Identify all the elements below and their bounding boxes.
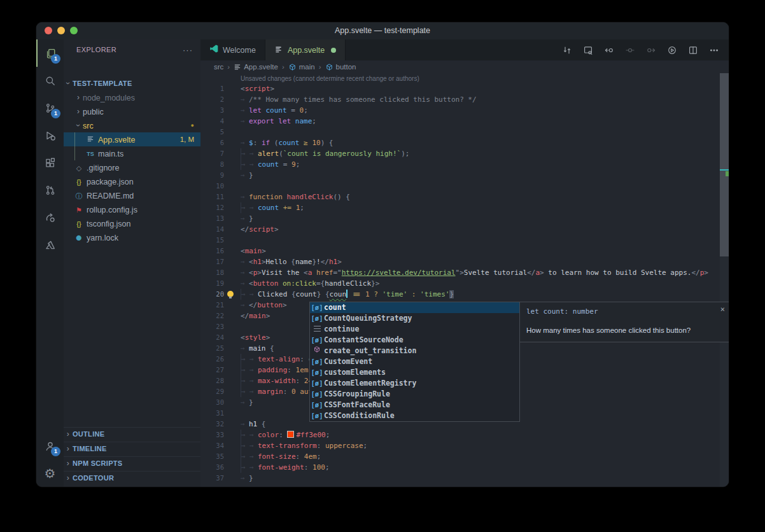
file-row--gitignore[interactable]: ◇.gitignore <box>64 160 200 174</box>
code-token: </ <box>691 269 699 277</box>
code-editor[interactable]: Unsaved changes (cannot determine recent… <box>200 73 729 487</box>
breadcrumb-item-app-svelte[interactable]: App.svelte <box>234 63 278 71</box>
activity-settings[interactable]: ⚙ <box>36 459 64 487</box>
suggest-item-continue[interactable]: continue <box>310 324 519 335</box>
scrollbar-thumb[interactable] <box>720 73 729 256</box>
chevron-right-icon: › <box>74 90 83 104</box>
tab-welcome[interactable]: Welcome <box>200 39 265 60</box>
explorer-more-actions-icon[interactable]: ··· <box>183 39 193 60</box>
project-section-header[interactable]: ›TEST-TEMPLATE <box>64 76 200 90</box>
suggest-item-customelements[interactable]: [ø]customElements <box>310 367 519 378</box>
code-token: `count is dangerously high!` <box>283 150 401 158</box>
badge: 1 <box>51 54 60 64</box>
activity-explorer[interactable]: 1 <box>36 39 64 67</box>
file-label: node_modules <box>83 94 135 102</box>
code-token: : <box>287 366 295 374</box>
lightbulb-icon[interactable] <box>227 291 234 297</box>
close-icon[interactable]: × <box>720 305 725 314</box>
file-label: App.svelte <box>98 136 135 144</box>
file-row-tsconfig-json[interactable]: {}tsconfig.json <box>64 216 200 230</box>
suggest-item-cssfontfacerule[interactable]: [ø]CSSFontFaceRule <box>310 400 519 410</box>
code-token: ={ <box>316 279 325 288</box>
activity-live-share[interactable] <box>36 204 64 231</box>
activity-search[interactable] <box>36 67 64 94</box>
file-label: yarn.lock <box>87 234 118 242</box>
breadcrumb-item-button[interactable]: button <box>325 63 356 71</box>
code-token: } <box>249 474 253 482</box>
whitespace-tab-icon: → <box>249 462 258 473</box>
file-row-app-svelte[interactable]: App.svelte1, M <box>64 132 200 146</box>
suggest-item-cssgroupingrule[interactable]: [ø]CSSGroupingRule <box>310 389 519 400</box>
file-row-yarn-lock[interactable]: ⬤yarn.lock <box>64 230 200 244</box>
unsaved-dot-icon[interactable] <box>331 48 336 53</box>
section-codetour[interactable]: ›CODETOUR <box>64 471 200 486</box>
activity-azure[interactable] <box>36 231 64 258</box>
code-token: : <box>407 290 420 298</box>
code-line-16: 16<main> <box>200 246 720 256</box>
line-content: </main> <box>241 311 270 321</box>
more-actions-icon[interactable] <box>706 42 722 59</box>
current-location-icon[interactable] <box>622 42 638 59</box>
section-outline[interactable]: ›OUTLINE <box>64 427 200 442</box>
sidebar-sections: ›OUTLINE›TIMELINE›NPM SCRIPTS›CODETOUR <box>64 427 200 486</box>
file-row-node-modules[interactable]: ›node_modules <box>64 90 200 104</box>
whitespace-tab-icon: → <box>241 375 249 386</box>
suggest-item-count[interactable]: [ø]count <box>310 302 519 313</box>
line-content <box>241 408 249 419</box>
whitespace-tab-icon: → <box>249 289 258 300</box>
navigate-forward-icon[interactable] <box>643 42 659 59</box>
code-line-10: 10 <box>200 181 720 192</box>
code-token: < <box>241 247 245 255</box>
breadcrumb-item-main[interactable]: main <box>288 63 315 71</box>
activity-github-pull-requests[interactable] <box>36 176 64 204</box>
run-and-debug-icon[interactable] <box>664 42 680 59</box>
activity-accounts[interactable]: 1 <box>36 432 64 459</box>
suggest-item-constantsourcenode[interactable]: [ø]ConstantSourceNode <box>310 335 519 346</box>
open-preview-icon[interactable] <box>580 42 596 59</box>
line-number: 7 <box>200 148 224 159</box>
breadcrumb-item-src[interactable]: src <box>214 63 223 71</box>
code-token: count <box>296 290 317 298</box>
file-row-src[interactable]: ›src● <box>64 118 200 132</box>
navigate-back-icon[interactable] <box>601 42 617 59</box>
code-line-6: 6→$: if (count ≥ 10) { <box>200 137 720 148</box>
code-token: </ <box>321 258 329 266</box>
code-token: script <box>245 85 270 93</box>
activity-source-control[interactable]: 1 <box>36 94 64 122</box>
whitespace-tab-icon: → <box>241 397 249 408</box>
open-changes-icon[interactable] <box>559 42 575 59</box>
symbol-cube-icon <box>310 346 324 356</box>
chevron-right-icon: › <box>64 428 73 441</box>
code-token: = <box>287 106 300 115</box>
code-token: ; <box>300 204 304 212</box>
suggest-item-create_out_transition[interactable]: create_out_transition <box>310 346 519 356</box>
code-token: 100 <box>312 463 325 472</box>
file-row-main-ts[interactable]: TSmain.ts <box>64 146 200 160</box>
section-timeline[interactable]: ›TIMELINE <box>64 442 200 456</box>
line-content: <style> <box>241 332 270 343</box>
title-bar: App.svelte — test-template <box>36 22 729 40</box>
activity-run-debug[interactable] <box>36 122 64 149</box>
code-token: export <box>249 117 278 125</box>
gitignore-file-icon: ◇ <box>74 161 84 175</box>
suggest-item-customelementregistry[interactable]: [ø]CustomElementRegistry <box>310 378 519 389</box>
suggest-item-countqueuingstrategy[interactable]: [ø]CountQueuingStrategy <box>310 313 519 324</box>
section-npm-scripts[interactable]: ›NPM SCRIPTS <box>64 456 200 471</box>
file-row-package-json[interactable]: {}package.json <box>64 174 200 188</box>
file-row-rollup-config-js[interactable]: ⚑rollup.config.js <box>64 202 200 216</box>
code-token: > <box>257 269 262 277</box>
code-token: : <box>279 431 287 439</box>
symbol-keyword-icon <box>310 324 324 335</box>
file-row-public[interactable]: ›public <box>64 104 200 118</box>
chevron-down-icon: › <box>71 121 85 130</box>
split-editor-icon[interactable] <box>685 42 701 59</box>
suggest-item-cssconditionrule[interactable]: [ø]CSSConditionRule <box>310 410 519 421</box>
file-row-readme-md[interactable]: ⓘREADME.md <box>64 188 200 202</box>
activity-extensions[interactable] <box>36 149 64 176</box>
symbol-variable-icon: [ø] <box>310 356 324 367</box>
tab-app-svelte[interactable]: App.svelte <box>265 39 346 62</box>
code-token <box>312 269 316 277</box>
suggest-item-customevent[interactable]: [ø]CustomEvent <box>310 356 519 367</box>
code-token: main <box>249 344 266 353</box>
code-token: handleClick <box>325 279 371 288</box>
